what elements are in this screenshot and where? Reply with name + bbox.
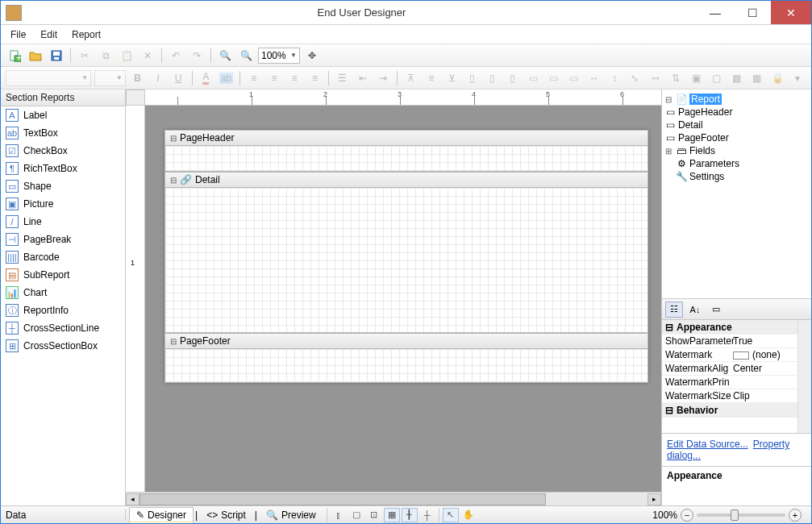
align-top-button[interactable]: ⊼: [402, 69, 419, 87]
toolbox-item-subreport[interactable]: ▤SubReport: [1, 266, 125, 284]
menu-file[interactable]: File: [10, 29, 26, 40]
font-size-combo[interactable]: ▼: [94, 70, 126, 86]
paste-button[interactable]: 📋: [118, 47, 135, 64]
outdent-button[interactable]: ⇤: [354, 69, 371, 87]
pagefooter-section-body[interactable]: [164, 349, 648, 383]
align-justify-button[interactable]: ≡: [306, 69, 323, 87]
pagefooter-section-header[interactable]: ⊟PageFooter: [164, 333, 648, 349]
align-h-center-button[interactable]: ▯: [484, 69, 501, 87]
scroll-left-button[interactable]: ◂: [126, 493, 139, 505]
size-width-button[interactable]: ↔: [585, 69, 602, 87]
toolbox-item-label[interactable]: ALabel: [1, 106, 125, 124]
more-button[interactable]: ▾: [789, 69, 806, 87]
lock-button[interactable]: 🔒: [768, 69, 785, 87]
size-height-button[interactable]: ↕: [606, 69, 623, 87]
tree-node-report[interactable]: Report: [689, 94, 722, 105]
zoom-combo[interactable]: 100%▼: [258, 48, 300, 64]
toolbox-item-reportinfo[interactable]: ⓘReportInfo: [1, 302, 125, 319]
tree-node-parameters[interactable]: Parameters: [689, 158, 739, 169]
align-v-bottom-button[interactable]: ▭: [565, 69, 582, 87]
tab-script[interactable]: <>Script: [199, 507, 253, 523]
align-right-button[interactable]: ≡: [286, 69, 303, 87]
align-left-button[interactable]: ≡: [245, 69, 262, 87]
redo-button[interactable]: ↷: [188, 47, 206, 64]
show-dots-button[interactable]: ⊡: [366, 508, 382, 522]
toolbox-item-pagebreak[interactable]: ⊣PageBreak: [1, 231, 125, 248]
align-h-right-button[interactable]: ▯: [504, 69, 521, 87]
toolbox-item-crosssectionbox[interactable]: ⊞CrossSectionBox: [1, 337, 125, 355]
tree-node-pagefooter[interactable]: PageFooter: [678, 132, 729, 143]
font-color-button[interactable]: A: [198, 69, 214, 87]
italic-button[interactable]: I: [149, 69, 166, 87]
property-grid[interactable]: ⊟Appearance ShowParameterTrueWatermark(n…: [662, 320, 811, 433]
underline-button[interactable]: U: [170, 69, 187, 87]
scroll-thumb[interactable]: [139, 493, 546, 505]
menu-edit[interactable]: Edit: [40, 29, 57, 40]
indent-button[interactable]: ⇥: [375, 69, 392, 87]
size-both-button[interactable]: ⤡: [627, 69, 643, 87]
tab-designer[interactable]: ✎Designer: [129, 507, 194, 523]
menu-report[interactable]: Report: [72, 29, 101, 40]
bring-front-button[interactable]: ▣: [687, 69, 704, 87]
tree-node-fields[interactable]: Fields: [689, 145, 715, 156]
property-row[interactable]: Watermark(none): [662, 348, 811, 362]
highlight-button[interactable]: ab: [218, 69, 235, 87]
zoom-slider[interactable]: [697, 514, 785, 517]
toolbox-item-barcode[interactable]: ||||Barcode: [1, 248, 125, 266]
toolbox-item-checkbox[interactable]: ☑CheckBox: [1, 142, 125, 160]
toolbox-item-shape[interactable]: ▭Shape: [1, 177, 125, 195]
property-row[interactable]: ShowParameterTrue: [662, 335, 811, 348]
edit-datasource-link[interactable]: Edit Data Source...: [667, 439, 748, 450]
hide-grid-button[interactable]: ▢: [348, 508, 364, 522]
align-v-top-button[interactable]: ▭: [524, 69, 541, 87]
ungroup-button[interactable]: ▦: [748, 69, 765, 87]
pageheader-section-header[interactable]: ⊟PageHeader: [164, 130, 648, 146]
maximize-button[interactable]: ☐: [734, 1, 771, 24]
pan-mode-button[interactable]: ✋: [460, 508, 477, 522]
property-row[interactable]: WatermarkAligCenter: [662, 362, 811, 376]
toolbox-item-picture[interactable]: ▣Picture: [1, 195, 125, 213]
cut-button[interactable]: ✂: [76, 47, 94, 64]
dimension-lines-button[interactable]: ⫿: [331, 508, 347, 522]
snap-lines-button[interactable]: ╂: [402, 508, 418, 522]
toolbox-item-crosssectionline[interactable]: ┼CrossSectionLine: [1, 319, 125, 337]
new-report-button[interactable]: +: [6, 47, 23, 64]
font-combo[interactable]: ▼: [6, 70, 91, 86]
show-lines-button[interactable]: ▦: [384, 508, 400, 522]
report-surface[interactable]: ⊟PageHeader ⊟🔗Detail ⊟PageFooter: [164, 130, 648, 383]
align-h-left-button[interactable]: ▯: [464, 69, 481, 87]
categorized-button[interactable]: ☷: [665, 302, 683, 318]
detail-section-header[interactable]: ⊟🔗Detail: [164, 172, 648, 188]
undo-button[interactable]: ↶: [167, 47, 185, 64]
detail-section-body[interactable]: [164, 188, 648, 333]
property-pages-button[interactable]: ▭: [707, 302, 725, 318]
group-button[interactable]: ▦: [728, 69, 745, 87]
snap-grid-button[interactable]: ┼: [419, 508, 435, 522]
align-middle-button[interactable]: ≡: [423, 69, 439, 87]
zoom-in-button[interactable]: 🔍: [216, 47, 234, 64]
zoom-plus-button[interactable]: +: [789, 509, 802, 522]
delete-button[interactable]: ✕: [139, 47, 156, 64]
close-button[interactable]: ✕: [771, 1, 811, 24]
pan-button[interactable]: ✥: [303, 47, 321, 64]
property-row[interactable]: WatermarkPrin: [662, 376, 811, 389]
tree-node-detail[interactable]: Detail: [678, 119, 703, 131]
report-canvas[interactable]: ⊟PageHeader ⊟🔗Detail ⊟PageFooter: [145, 106, 661, 492]
save-button[interactable]: [48, 47, 65, 64]
pageheader-section-body[interactable]: [164, 146, 648, 172]
send-back-button[interactable]: ▢: [708, 69, 725, 87]
bold-button[interactable]: B: [129, 69, 146, 87]
open-button[interactable]: [27, 47, 44, 64]
minimize-button[interactable]: —: [697, 1, 734, 24]
horizontal-scrollbar[interactable]: ◂ ▸: [126, 492, 661, 505]
report-explorer[interactable]: ⊟📄Report ▭PageHeader ▭Detail ▭PageFooter…: [662, 89, 811, 299]
copy-button[interactable]: ⧉: [97, 47, 115, 64]
toolbox-item-line[interactable]: /Line: [1, 213, 125, 231]
zoom-out-button[interactable]: 🔍: [237, 47, 255, 64]
space-v-button[interactable]: ⇅: [667, 69, 684, 87]
align-center-button[interactable]: ≡: [265, 69, 282, 87]
tree-node-pageheader[interactable]: PageHeader: [678, 106, 732, 118]
scroll-right-button[interactable]: ▸: [648, 493, 661, 505]
property-scrollbar[interactable]: [797, 320, 811, 433]
select-mode-button[interactable]: ↖: [443, 508, 459, 522]
